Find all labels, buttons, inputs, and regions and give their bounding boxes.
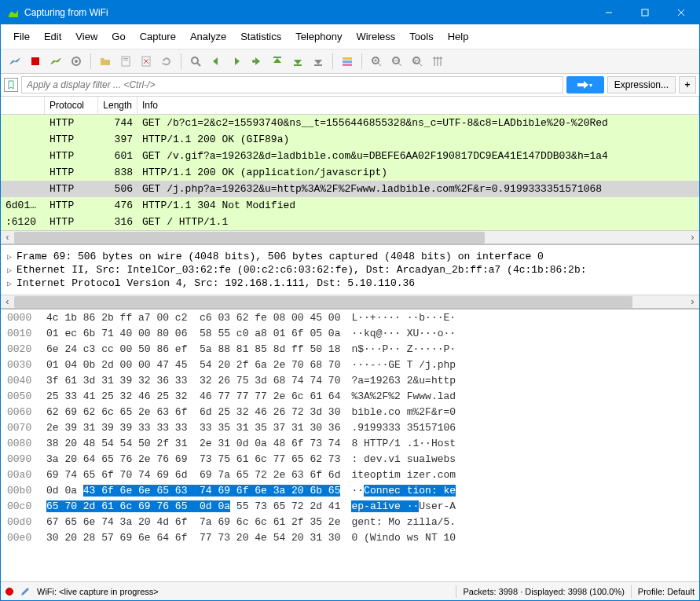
menu-tools[interactable]: Tools [403, 27, 439, 46]
pencil-icon[interactable] [20, 586, 31, 597]
svg-rect-1 [31, 57, 39, 65]
packet-row[interactable]: 6d01…HTTP476HTTP/1.1 304 Not Modified [1, 197, 699, 214]
zoom-out-button[interactable] [387, 52, 406, 71]
zoom-reset-button[interactable]: 1 [408, 52, 427, 71]
capture-options-button[interactable] [67, 52, 86, 71]
svg-rect-10 [273, 57, 281, 58]
scroll-right-icon[interactable]: › [686, 295, 699, 309]
apply-filter-button[interactable]: ▾ [566, 76, 604, 93]
hex-row[interactable]: 00d067 65 6e 74 3a 20 4d 6f 7a 69 6c 6c … [1, 514, 699, 530]
status-text-left: WiFi: <live capture in progress> [37, 587, 159, 596]
find-packet-button[interactable] [186, 52, 205, 71]
svg-rect-15 [343, 64, 352, 66]
hex-row[interactable]: 00403f 61 3d 31 39 32 36 33 32 26 75 3d … [1, 372, 699, 388]
hex-row[interactable]: 003001 04 0b 2d 00 00 47 45 54 20 2f 6a … [1, 357, 699, 372]
svg-rect-5 [123, 58, 128, 59]
go-first-button[interactable] [268, 52, 287, 71]
minimize-button[interactable] [591, 1, 627, 24]
column-length[interactable]: Length [98, 97, 137, 114]
packet-details-pane[interactable]: ▷Frame 69: 506 bytes on wire (4048 bits)… [1, 245, 699, 310]
menu-file[interactable]: File [7, 27, 36, 46]
hex-row[interactable]: 001001 ec 6b 71 40 00 80 06 58 55 c0 a8 … [1, 325, 699, 341]
expression-button[interactable]: Expression... [607, 76, 676, 93]
packet-bytes-pane[interactable]: 00004c 1b 86 2b ff a7 00 c2 c6 03 62 fe … [1, 310, 699, 581]
hex-row[interactable]: 00206e 24 c3 cc 00 50 86 ef 5a 88 81 85 … [1, 341, 699, 357]
menu-statistics[interactable]: Statistics [234, 27, 288, 46]
menu-telephony[interactable]: Telephony [289, 27, 348, 46]
restart-capture-button[interactable] [46, 52, 65, 71]
svg-rect-13 [343, 57, 352, 60]
hex-row[interactable]: 00a069 74 65 6f 70 74 69 6d 69 7a 65 72 … [1, 467, 699, 482]
filter-bookmark-button[interactable] [4, 78, 18, 92]
hex-row[interactable]: 00903a 20 64 65 76 2e 76 69 73 75 61 6c … [1, 451, 699, 467]
svg-rect-11 [294, 64, 302, 66]
hex-row[interactable]: 006062 69 62 6c 65 2e 63 6f 6d 25 32 46 … [1, 404, 699, 420]
stop-capture-button[interactable] [26, 52, 45, 71]
packet-row[interactable]: :6120HTTP316GET / HTTP/1.1 [1, 214, 699, 230]
packet-row[interactable]: HTTP744GET /b?c1=2&c2=15593740&ns__t=155… [1, 115, 699, 131]
menu-view[interactable]: View [69, 27, 104, 46]
toolbar-separator [361, 53, 362, 69]
packet-row[interactable]: HTTP601GET /v.gif?a=192632&d=ladbible.co… [1, 148, 699, 164]
add-filter-button[interactable]: + [679, 76, 696, 93]
maximize-button[interactable] [627, 1, 663, 24]
hex-row[interactable]: 008038 20 48 54 54 50 2f 31 2e 31 0d 0a … [1, 435, 699, 451]
packet-row[interactable]: HTTP397HTTP/1.1 200 OK (GIF89a) [1, 131, 699, 148]
resize-columns-button[interactable] [428, 52, 447, 71]
menu-wireless[interactable]: Wireless [350, 27, 401, 46]
detail-row: ▷Internet Protocol Version 4, Src: 192.1… [7, 277, 693, 290]
open-file-button[interactable] [96, 52, 115, 71]
statusbar: WiFi: <live capture in progress> Packets… [1, 581, 699, 600]
packet-list-header: Protocol Length Info [1, 97, 699, 115]
details-hscrollbar[interactable]: ‹ › [1, 295, 699, 308]
titlebar: Capturing from WiFi [1, 1, 699, 24]
toolbar-separator [181, 53, 181, 69]
svg-rect-12 [314, 64, 322, 66]
expand-icon[interactable]: ▷ [7, 266, 16, 275]
scroll-left-icon[interactable]: ‹ [1, 295, 14, 309]
hex-row[interactable]: 005025 33 41 25 32 46 25 32 46 77 77 77 … [1, 388, 699, 404]
colorize-button[interactable] [338, 52, 357, 71]
hex-row[interactable]: 00004c 1b 86 2b ff a7 00 c2 c6 03 62 fe … [1, 310, 699, 325]
hex-row[interactable]: 00e030 20 28 57 69 6e 64 6f 77 73 20 4e … [1, 530, 699, 545]
packet-row[interactable]: HTTP506GET /j.php?a=192632&u=http%3A%2F%… [1, 181, 699, 197]
menu-analyze[interactable]: Analyze [184, 27, 233, 46]
detail-row: ▷Ethernet II, Src: IntelCor_03:62:fe (00… [7, 263, 693, 277]
column-protocol[interactable]: Protocol [45, 97, 98, 114]
auto-scroll-button[interactable] [309, 52, 328, 71]
hex-row[interactable]: 00702e 39 31 39 39 33 33 33 33 35 31 35 … [1, 420, 699, 435]
zoom-in-button[interactable] [367, 52, 386, 71]
go-last-button[interactable] [288, 52, 307, 71]
menu-go[interactable]: Go [105, 27, 131, 46]
column-info[interactable]: Info [137, 97, 699, 114]
menu-capture[interactable]: Capture [134, 27, 182, 46]
scroll-right-icon[interactable]: › [686, 231, 699, 244]
display-filter-input[interactable] [21, 76, 563, 93]
go-back-button[interactable] [207, 52, 225, 71]
go-to-packet-button[interactable] [247, 52, 266, 71]
hex-row[interactable]: 00c065 70 2d 61 6c 69 76 65 0d 0a 55 73 … [1, 498, 699, 514]
menu-edit[interactable]: Edit [38, 27, 68, 46]
go-forward-button[interactable] [227, 52, 246, 71]
reload-button[interactable] [157, 52, 176, 71]
filter-bar: ▾ Expression... + [1, 74, 699, 97]
svg-rect-0 [642, 9, 648, 16]
packet-hscrollbar[interactable]: ‹ › [1, 230, 699, 244]
hex-row[interactable]: 00b00d 0a 43 6f 6e 6e 65 63 74 69 6f 6e … [1, 482, 699, 498]
status-text-profile[interactable]: Profile: Default [638, 587, 695, 596]
column-spacer[interactable] [1, 97, 45, 114]
close-button[interactable] [663, 1, 699, 24]
close-file-button[interactable] [137, 52, 156, 71]
expand-icon[interactable]: ▷ [7, 252, 16, 262]
start-capture-button[interactable] [5, 52, 24, 71]
save-file-button[interactable] [116, 52, 135, 71]
toolbar-separator [332, 53, 333, 69]
svg-point-8 [192, 57, 198, 64]
packet-list-body[interactable]: HTTP744GET /b?c1=2&c2=15593740&ns__t=155… [1, 115, 699, 230]
toolbar: 1 [1, 49, 699, 74]
scroll-left-icon[interactable]: ‹ [1, 231, 14, 244]
packet-row[interactable]: HTTP838HTTP/1.1 200 OK (application/java… [1, 164, 699, 181]
menu-help[interactable]: Help [442, 27, 475, 46]
status-text-packets: Packets: 3998 · Displayed: 3998 (100.0%) [463, 587, 624, 596]
expand-icon[interactable]: ▷ [7, 279, 16, 288]
